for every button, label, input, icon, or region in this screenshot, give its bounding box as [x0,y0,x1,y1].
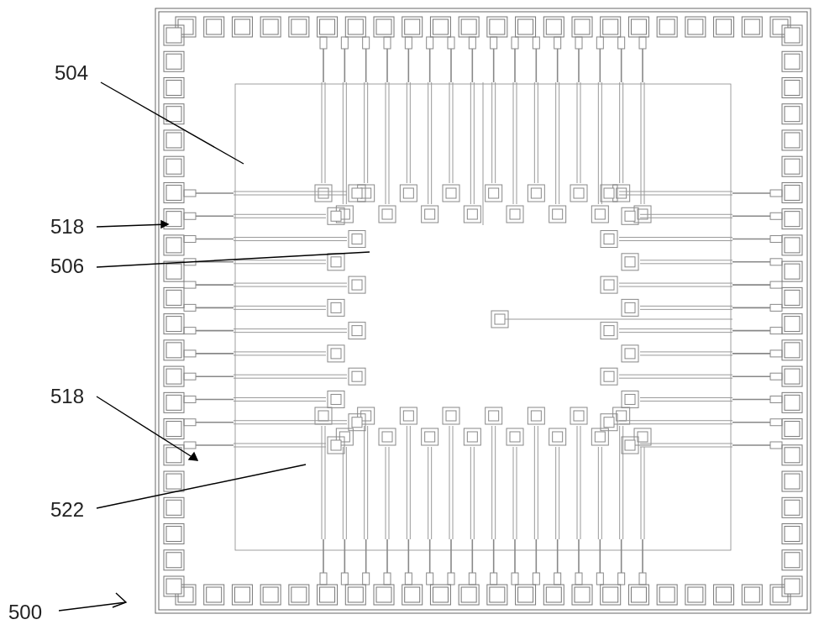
svg-rect-38 [659,19,675,34]
svg-rect-286 [331,257,341,267]
svg-rect-32 [575,19,590,34]
svg-rect-233 [363,573,370,585]
svg-rect-110 [166,264,181,279]
svg-rect-275 [184,190,196,197]
svg-rect-236 [384,573,391,585]
svg-rect-290 [184,304,196,311]
svg-rect-98 [166,107,181,122]
svg-rect-193 [403,188,413,198]
svg-rect-76 [575,587,590,602]
svg-rect-148 [785,185,800,200]
svg-rect-256 [510,432,520,442]
svg-rect-114 [166,317,181,332]
svg-rect-280 [331,211,341,221]
svg-rect-170 [785,474,800,489]
svg-rect-325 [604,280,614,290]
svg-rect-134 [166,579,181,594]
svg-rect-310 [331,440,341,450]
svg-rect-168 [785,448,800,463]
svg-rect-70 [490,587,505,602]
svg-rect-16 [348,19,363,34]
svg-rect-74 [546,587,561,602]
svg-rect-214 [553,209,563,219]
svg-rect-92 [166,28,181,43]
svg-rect-68 [461,587,476,602]
svg-rect-120 [166,395,181,410]
svg-rect-26 [490,19,505,34]
svg-rect-323 [770,281,782,288]
svg-rect-340 [625,394,635,404]
svg-rect-166 [785,422,800,437]
svg-rect-132 [166,553,181,568]
svg-rect-130 [166,527,181,542]
svg-rect-320 [770,259,782,265]
svg-rect-287 [184,281,196,288]
svg-rect-241 [403,411,413,421]
svg-rect-208 [510,209,520,219]
svg-rect-224 [639,37,646,49]
svg-rect-64 [405,587,420,602]
svg-rect-104 [166,185,181,200]
svg-rect-178 [785,579,800,594]
svg-rect-212 [554,37,561,49]
svg-rect-209 [533,37,539,49]
svg-rect-313 [604,188,614,198]
svg-rect-42 [717,19,732,34]
svg-rect-230 [341,573,348,585]
svg-rect-188 [384,37,391,49]
svg-rect-319 [604,234,614,244]
svg-rect-118 [166,369,181,384]
svg-rect-50 [207,587,222,602]
svg-rect-341 [770,419,782,426]
svg-rect-94 [166,54,181,69]
svg-rect-268 [595,432,605,442]
svg-rect-196 [425,209,435,219]
svg-rect-217 [574,188,584,198]
svg-rect-322 [625,257,635,267]
svg-rect-40 [688,19,703,34]
svg-rect-205 [489,188,499,198]
svg-rect-78 [603,587,618,602]
svg-rect-12 [291,19,307,34]
svg-rect-248 [469,573,475,585]
svg-rect-277 [352,188,362,198]
svg-rect-179 [320,37,327,49]
svg-rect-162 [785,369,800,384]
svg-rect-266 [596,573,603,585]
svg-rect-334 [625,349,635,359]
svg-rect-284 [184,259,196,265]
svg-rect-293 [184,328,196,334]
svg-rect-146 [785,159,800,174]
svg-rect-102 [166,159,181,174]
svg-rect-203 [491,37,497,49]
svg-rect-142 [785,107,800,122]
svg-rect-82 [659,587,675,602]
svg-rect-150 [785,212,800,227]
svg-rect-185 [363,37,370,49]
svg-rect-245 [448,573,454,585]
svg-rect-62 [376,587,391,602]
svg-rect-200 [469,37,475,49]
svg-rect-211 [531,188,541,198]
svg-rect-338 [770,396,782,402]
svg-rect-250 [467,432,477,442]
svg-rect-278 [184,213,196,219]
svg-rect-281 [184,236,196,243]
svg-rect-242 [427,573,433,585]
ref-522: 522 [50,500,84,520]
chip-package-diagram [147,0,819,622]
svg-rect-308 [184,442,196,449]
svg-rect-220 [595,209,605,219]
svg-rect-238 [382,432,392,442]
svg-rect-265 [574,411,584,421]
svg-rect-54 [263,587,278,602]
svg-rect-260 [554,573,561,585]
svg-rect-331 [604,326,614,336]
svg-rect-292 [331,302,341,312]
svg-rect-176 [785,553,800,568]
svg-rect-28 [518,19,533,34]
svg-rect-60 [348,587,363,602]
svg-rect-154 [785,264,800,279]
svg-rect-262 [553,432,563,442]
svg-rect-160 [785,343,800,358]
